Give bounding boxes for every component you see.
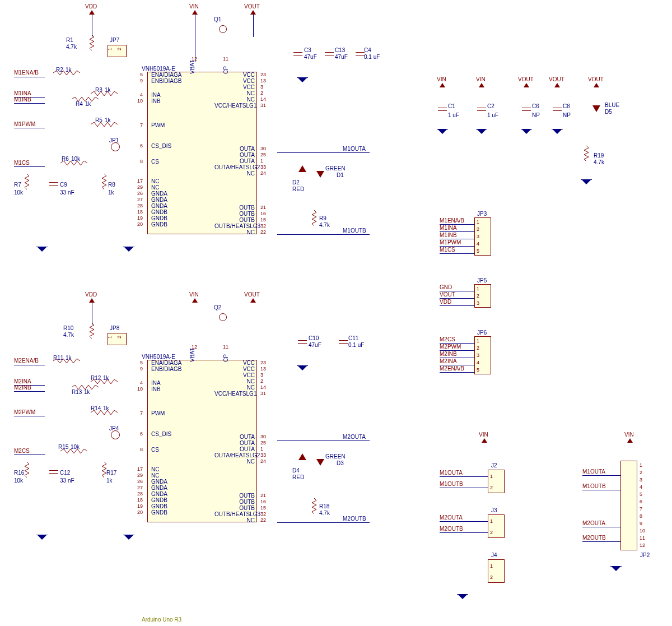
c8-name: C8: [563, 103, 570, 109]
r16-value: 10k: [14, 477, 23, 484]
vdd-arrow: [89, 298, 95, 303]
wire: [582, 490, 620, 490]
jp3-body: 1 2 3 4 5: [474, 217, 491, 256]
c11-sym: [339, 343, 348, 344]
c3-name: C3: [304, 47, 311, 53]
wire: [277, 440, 370, 441]
vout-arrow: [554, 83, 560, 87]
d1-name: D1: [337, 172, 344, 178]
wire: [440, 532, 488, 533]
d3-name: D3: [337, 460, 344, 466]
jp3-pin3: M1INB: [440, 232, 457, 238]
c3-sym: [293, 55, 302, 55]
wire: [14, 455, 45, 455]
c2-sym: [477, 110, 486, 111]
footer-text: Arduino Uno R3: [142, 616, 181, 623]
vout-arrow: [524, 83, 529, 87]
jp5-pin1: GND: [440, 284, 452, 290]
j2-name: J2: [491, 462, 497, 469]
c1-sym: [438, 110, 447, 111]
d4-led-icon: [298, 453, 306, 460]
j4-body: 1 2: [488, 559, 505, 583]
vin-arrow: [192, 10, 198, 15]
j2-rail: VIN: [479, 432, 488, 438]
vdd-arrow: [89, 10, 95, 15]
jp5-pin2: VOUT: [440, 291, 455, 298]
wire: [440, 253, 474, 254]
c3-value: 47uF: [304, 54, 317, 60]
m1pwm-label: M1PWM: [14, 121, 35, 127]
c6-name: C6: [532, 103, 539, 109]
r9-name: R9: [319, 215, 326, 221]
c2-name: C2: [487, 103, 494, 109]
c6-rail: VOUT: [518, 76, 534, 82]
c10-sym: [298, 343, 307, 344]
jp2-mo2b: M2OUTB: [582, 535, 606, 541]
c13-value: 47uF: [335, 54, 348, 60]
q1-symbol: [217, 24, 228, 35]
j3-name: J3: [491, 507, 497, 513]
r13-name: R13: [72, 389, 82, 395]
d5-rail: VOUT: [588, 76, 604, 82]
c9-name: C9: [60, 182, 67, 188]
wire: [14, 391, 45, 392]
r4-name: R4: [76, 101, 83, 107]
c13-sym: [325, 55, 334, 55]
vin-arrow: [482, 438, 487, 443]
r8-body: [101, 174, 108, 191]
c13-name: C13: [335, 47, 345, 53]
wire: [14, 77, 45, 77]
jp6-pin5: M2ENA/B: [440, 365, 464, 372]
j2-pin1: M1OUTA: [440, 470, 463, 476]
wire: [195, 15, 195, 62]
j4-name: J4: [491, 552, 497, 558]
c9-value: 33 nF: [60, 189, 74, 196]
r18-body: [311, 498, 318, 515]
r1-value: 4.7k: [66, 44, 77, 50]
wire: [14, 103, 45, 104]
wire: [277, 234, 370, 235]
jp6-body: 1 2 3 4 5: [474, 336, 491, 374]
wire: [277, 522, 370, 523]
vdd-label: VDD: [85, 3, 97, 10]
jp6-pin4: M2INA: [440, 358, 457, 364]
r18-name: R18: [319, 503, 329, 509]
wire: [14, 365, 45, 365]
wire: [277, 152, 370, 153]
wire: [440, 521, 488, 522]
wire: [14, 166, 45, 167]
jp3-name: JP3: [477, 211, 487, 217]
jp8-label: JP8: [110, 325, 119, 331]
c8-value: NP: [563, 112, 571, 118]
jp8-body: 1 2: [108, 333, 127, 345]
j3-pin2: M2OUTB: [440, 526, 463, 532]
jp2-mo1a: M1OUTA: [582, 469, 605, 475]
c4-value: 0.1 uF: [364, 54, 380, 60]
vin-arrow: [192, 298, 198, 303]
m1inb-label: M1INB: [14, 96, 31, 103]
d2-led-icon: [298, 165, 306, 172]
jp3-pin2: M1INA: [440, 225, 457, 231]
c10-value: 47uF: [309, 342, 321, 348]
jp3-pin5: M1CS: [440, 247, 455, 253]
c6-value: NP: [532, 112, 540, 118]
jp2-rail: VIN: [624, 432, 634, 438]
r7-body: [24, 174, 30, 191]
jp5-body: 1 2 3: [474, 284, 491, 308]
vdd-label-2: VDD: [85, 291, 97, 298]
c10-name: C10: [309, 335, 319, 341]
r2-body: [53, 71, 81, 75]
r10-value: 4.7k: [63, 332, 74, 338]
jp7-label: JP7: [110, 37, 119, 43]
jp3-pin1: M1ENA/B: [440, 217, 464, 224]
wire: [582, 475, 620, 476]
m1outb-label: M1OUTB: [343, 228, 366, 234]
c12-sym: [49, 470, 58, 471]
vout-arrow: [250, 10, 256, 15]
jp5-name: JP5: [477, 277, 487, 284]
j3-body: 1 2: [488, 514, 505, 538]
d3-color: GREEN: [325, 453, 346, 460]
c12-value: 33 nF: [60, 477, 74, 484]
r5-body: [91, 122, 119, 127]
c2-value: 1 uF: [487, 112, 498, 118]
